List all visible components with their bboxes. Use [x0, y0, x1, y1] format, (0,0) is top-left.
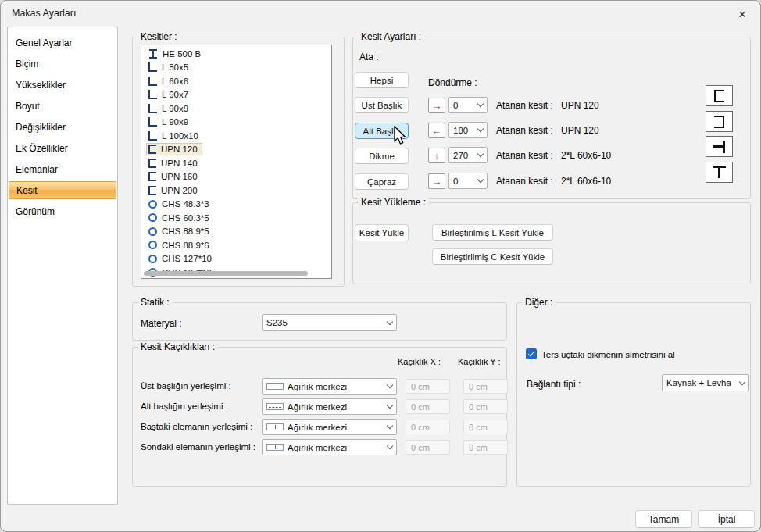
- material-select[interactable]: S235: [262, 314, 397, 331]
- rotation-arrow-icon: →: [428, 173, 445, 189]
- sidebar-item-kesit[interactable]: Kesit: [9, 181, 116, 199]
- rotation-select[interactable]: 0: [448, 97, 488, 113]
- rotation-value: 0: [453, 177, 474, 186]
- section-label: L 100x10: [162, 131, 198, 141]
- offset-x-field: 0 cm: [406, 399, 450, 414]
- rotation-select[interactable]: 270: [448, 147, 488, 163]
- rotation-select[interactable]: 0: [448, 173, 488, 189]
- load-combined-l-button[interactable]: Birleştirilmiş L Kesit Yükle: [432, 224, 553, 241]
- offset-row-label: Alt başlığın yerleşimi :: [141, 402, 228, 411]
- offset-y-field: 0 cm: [463, 420, 508, 434]
- section-label: L 90x9: [162, 117, 188, 127]
- placement-value: Ağırlık merkezi: [288, 423, 384, 432]
- list-item[interactable]: UPN 140: [141, 156, 331, 170]
- rotation-select[interactable]: 180: [448, 122, 488, 138]
- list-item[interactable]: CHS 60.3*5: [141, 211, 331, 225]
- placement-icon: [266, 403, 284, 410]
- list-item[interactable]: L 90x9: [141, 102, 331, 116]
- placement-select[interactable]: Ağırlık merkezi: [262, 419, 397, 435]
- section-label: L 90x7: [162, 90, 188, 99]
- sidebar-item-degisiklikler[interactable]: Değişiklikler: [8, 116, 117, 137]
- list-item[interactable]: L 60x6: [141, 74, 331, 88]
- assigned-section-label: Atanan kesit :: [496, 125, 553, 136]
- circle-icon: [148, 200, 157, 209]
- section-label: CHS 60.3*5: [162, 213, 209, 223]
- list-item[interactable]: L 100x10: [141, 129, 331, 143]
- load-combined-c-button[interactable]: Birleştirilmiş C Kesit Yükle: [432, 248, 553, 265]
- section-label: L 50x5: [162, 62, 188, 72]
- placement-select[interactable]: Ağırlık merkezi: [262, 398, 397, 415]
- arrow-right-icon: →: [432, 100, 442, 112]
- list-item[interactable]: UPN 200: [141, 184, 331, 198]
- placement-value: Ağırlık merkezi: [288, 382, 384, 391]
- assigned-section-label: Atanan kesit :: [496, 100, 553, 111]
- sidebar-item-elemanlar[interactable]: Elemanlar: [8, 159, 117, 180]
- offset-x-field: 0 cm: [406, 440, 450, 455]
- list-item[interactable]: CHS 88.9*6: [141, 238, 331, 252]
- list-item[interactable]: CHS 88.9*5: [141, 225, 331, 239]
- assigned-section-value: 2*L 60x6-10: [561, 176, 611, 187]
- c-channel-icon: [148, 159, 156, 168]
- offset-row-label: Üst başlığın yerleşimi :: [141, 381, 231, 391]
- list-item[interactable]: CHS 127*10: [141, 252, 331, 266]
- load-section-button[interactable]: Kesit Yükle: [355, 224, 409, 241]
- offsets-group: Kesit Kaçıklıkları : Kaçıklık X : Kaçıkl…: [132, 347, 507, 487]
- section-loading-title: Kesit Yükleme :: [358, 197, 429, 208]
- sidebar-item-genel-ayarlar[interactable]: Genel Ayarlar: [8, 32, 117, 53]
- section-label: HE 500 B: [163, 49, 201, 59]
- list-item-selected[interactable]: UPN 120: [141, 143, 331, 157]
- chevron-down-icon: [477, 151, 484, 157]
- list-item[interactable]: L 50x5: [141, 61, 331, 75]
- sidebar-item-boyut[interactable]: Boyut: [8, 95, 117, 116]
- section-orientation-preview: [706, 136, 733, 157]
- sidebar-item-ek-ozellikler[interactable]: Ek Özellikler: [8, 137, 117, 159]
- chevron-down-icon: [387, 402, 393, 409]
- section-label: CHS 88.9*5: [162, 227, 209, 236]
- section-label: L 60x6: [162, 77, 188, 86]
- assign-post-button[interactable]: Dikme: [355, 148, 409, 164]
- list-item[interactable]: HE 500 B: [141, 47, 331, 61]
- offset-x-field: 0 cm: [406, 420, 450, 434]
- chevron-down-icon: [477, 177, 484, 183]
- connection-type-select[interactable]: Kaynak + Levha: [662, 374, 749, 391]
- assign-top-chord-button[interactable]: Üst Başlık: [355, 97, 409, 113]
- symmetry-checkbox-label: Ters uçtaki dikmenin simetrisini al: [541, 350, 675, 359]
- offset-row-label: Sondaki elemanın yerleşimi :: [141, 442, 255, 452]
- circle-icon: [148, 213, 157, 222]
- symmetry-checkbox[interactable]: [526, 348, 537, 359]
- list-item[interactable]: L 90x7: [141, 88, 331, 102]
- rotation-value: 270: [453, 151, 474, 160]
- placement-select[interactable]: Ağırlık merkezi: [262, 439, 397, 455]
- rotation-arrow-icon: ←: [428, 123, 445, 138]
- close-icon[interactable]: ✕: [734, 5, 751, 23]
- l-angle-icon: [148, 77, 157, 86]
- section-settings-title: Kesit Ayarları :: [358, 31, 424, 42]
- ok-button[interactable]: Tamam: [635, 510, 692, 528]
- sections-group-title: Kesitler :: [138, 31, 180, 42]
- placement-select[interactable]: Ağırlık merkezi: [262, 378, 397, 395]
- sidebar-item-bicim[interactable]: Biçim: [8, 53, 117, 74]
- arrow-left-icon: ←: [432, 125, 442, 137]
- sidebar-item-yukseklikler[interactable]: Yükseklikler: [8, 74, 117, 95]
- assign-diagonal-button[interactable]: Çapraz: [355, 173, 409, 190]
- horizontal-scrollbar[interactable]: [144, 271, 308, 276]
- offset-y-field: 0 cm: [463, 379, 508, 394]
- assigned-section-value: UPN 120: [561, 125, 599, 136]
- list-item[interactable]: UPN 160: [141, 170, 331, 184]
- chevron-down-icon: [387, 443, 393, 449]
- list-item[interactable]: L 90x9: [141, 116, 331, 130]
- offset-row-label: Baştaki elemanın yerleşimi :: [141, 422, 252, 431]
- assigned-section-label: Atanan kesit :: [496, 176, 553, 187]
- sidebar-item-gorunum[interactable]: Görünüm: [8, 201, 117, 222]
- section-orientation-preview: [706, 111, 733, 132]
- sections-list: HE 500 B L 50x5 L 60x6 L 90x7 L 90x9 L 9…: [141, 45, 332, 279]
- offsets-title: Kesit Kaçıklıkları :: [138, 341, 218, 352]
- assigned-section-value: 2*L 60x6-10: [561, 150, 611, 161]
- section-label: L 90x9: [162, 104, 188, 113]
- offset-x-header: Kaçıklık X :: [398, 357, 441, 366]
- list-item[interactable]: CHS 48.3*3: [141, 198, 331, 212]
- cancel-button[interactable]: İptal: [698, 510, 755, 528]
- section-orientation-preview: [706, 162, 733, 183]
- assign-all-button[interactable]: Hepsi: [355, 72, 409, 88]
- l-angle-icon: [148, 117, 157, 127]
